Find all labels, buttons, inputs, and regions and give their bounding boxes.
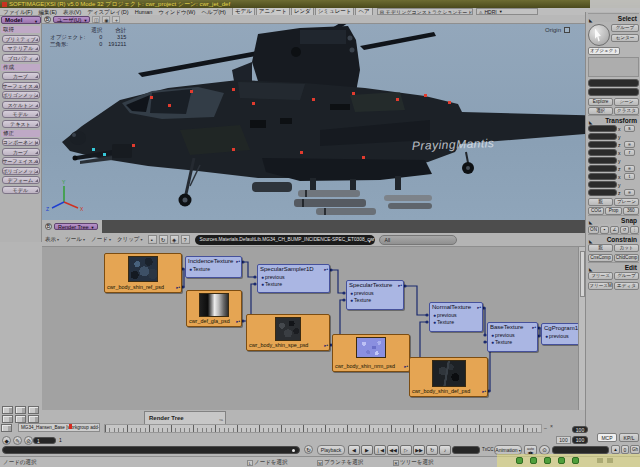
toolbar-button-1-5[interactable]: テキスト (2, 120, 40, 128)
layout-preset-3[interactable] (2, 415, 13, 423)
node-NormalTexture[interactable]: NormalTexture●previous●Texture▸• (429, 302, 483, 332)
transform-extra-0-0[interactable]: 親 (588, 198, 613, 206)
refresh-icon[interactable]: ↻ (159, 235, 168, 244)
node-output-icon[interactable]: ▸• (324, 341, 328, 350)
node-IncidenceTexture[interactable]: IncidenceTexture●Texture▸• (185, 256, 242, 278)
timeline-ruler[interactable] (104, 424, 542, 433)
node-port-previous[interactable]: ●previous (347, 290, 403, 297)
node-output-icon[interactable]: ▸• (176, 283, 180, 292)
transform-field-r-y[interactable] (588, 157, 617, 164)
render-tree-canvas[interactable]: cwr_body_shin_ref_psd▸•IncidenceTexture●… (42, 247, 585, 410)
frame-back-icon[interactable]: ◀ (348, 445, 360, 455)
render-tree-menu-0[interactable]: 表示 ▾ (42, 236, 62, 243)
play-forward-icon[interactable]: ▷ (400, 445, 412, 455)
edit-button-2[interactable]: フリーズM (588, 282, 613, 290)
node-output-icon[interactable]: ▸• (482, 387, 486, 396)
gh-button[interactable]: Gh (630, 445, 640, 454)
node-port-Texture[interactable]: ●Texture (186, 266, 241, 273)
node-cwr_def_gla_psd[interactable]: cwr_def_gla_psd▸• (186, 290, 242, 327)
explore-button[interactable]: Explore (588, 98, 613, 106)
transform-field-t-x[interactable] (588, 173, 617, 180)
frame-forward-icon[interactable]: ▶ (361, 445, 373, 455)
snap-angle-icon[interactable]: ∠ (610, 226, 619, 234)
eye-icon[interactable]: ◉ (102, 16, 110, 23)
node-port-Texture[interactable]: ●Texture (258, 281, 329, 288)
transform-extra-1-0[interactable]: COG (588, 207, 604, 215)
node-port-previous[interactable]: ●previous (258, 274, 329, 281)
constrain-button-3[interactable]: ChldComp (614, 254, 639, 262)
transform-mode-r-button[interactable]: r (624, 149, 635, 156)
construction-mode-dropdown[interactable]: ⊟ モデリングコンストラクションモード ▼ (377, 8, 473, 15)
transform-field-s-y[interactable] (588, 133, 617, 140)
toolbar-button-0-2[interactable]: プロパティ (2, 54, 40, 62)
pen-tool-icon[interactable]: ✎ (13, 436, 22, 445)
transform-field-r-z[interactable] (588, 165, 617, 172)
snap-rotate-icon[interactable]: ↺ (620, 226, 629, 234)
kpl-tab-button[interactable]: KP/L (619, 433, 639, 442)
node-filter-dropdown[interactable]: All (379, 235, 457, 245)
node-cwr_body_shin_nrm_psd[interactable]: cwr_body_shin_nrm_psd▸• (332, 334, 410, 372)
layout-preset-5[interactable] (28, 415, 39, 423)
toolbar-button-2-5[interactable]: モデル (2, 186, 40, 194)
node-port-Texture[interactable]: ●Texture (488, 339, 537, 346)
cluster-button[interactable]: クラスタ (614, 107, 639, 115)
layout-preset-0[interactable] (2, 406, 13, 414)
viewport-letter-button[interactable]: B (44, 16, 51, 23)
transform-mode-s-button[interactable]: s (624, 125, 635, 132)
transform-field-t-y[interactable] (588, 181, 617, 188)
playback-range-slider[interactable] (2, 446, 300, 454)
toolbar-button-2-4[interactable]: デフォーム (2, 176, 40, 184)
transform-menu-icon[interactable]: ≡ (624, 141, 635, 148)
menu-0[interactable]: ファイル(F) (0, 8, 36, 16)
help-icon[interactable]: ? (181, 235, 190, 244)
end-frame-field[interactable]: 100 (572, 426, 588, 433)
scene-button[interactable]: シーン (614, 98, 639, 106)
panel-letter-button[interactable]: B (45, 223, 52, 230)
toolbar-button-0-0[interactable]: プリミティブ (2, 35, 40, 43)
transform-field-t-z[interactable] (588, 189, 617, 196)
render-tree-window-tab[interactable]: Render Tree ▫▵ (144, 411, 226, 424)
constrain-button-2[interactable]: CnsComp (588, 254, 613, 262)
node-port-previous[interactable]: ●previous (542, 333, 583, 340)
toolbar-mode-dropdown[interactable]: Model ▼ (1, 16, 41, 24)
node-port-previous[interactable]: ●previous (430, 312, 482, 319)
playback-menu-button[interactable]: Playback (317, 445, 345, 455)
node-output-icon[interactable]: ▸• (532, 323, 536, 332)
update-icon[interactable]: ◈ (170, 235, 179, 244)
object-filter-button[interactable]: オブジェクト (588, 47, 620, 55)
edit-button-1[interactable]: グループ (614, 272, 639, 280)
toolbar-button-2-2[interactable]: サーフェイスメッシュ (2, 157, 40, 165)
node-output-icon[interactable]: ▸• (236, 317, 240, 326)
transform-field-s-z[interactable] (588, 141, 617, 148)
node-port-previous[interactable]: ●previous (488, 332, 537, 339)
selection-field-2[interactable] (588, 88, 639, 96)
render-tree-menu-1[interactable]: ツール ▾ (62, 236, 88, 243)
node-cwr_body_shin_ref_psd[interactable]: cwr_body_shin_ref_psd▸• (104, 253, 182, 293)
transform-menu-icon[interactable]: ≡ (624, 165, 635, 172)
layout-preset-2[interactable] (28, 406, 39, 414)
render-tree-scrollbar[interactable] (578, 247, 585, 410)
mute-icon[interactable]: ⊘ (24, 436, 33, 445)
group-button[interactable]: グループ (611, 24, 639, 32)
mcp-tab-button[interactable]: MCP (597, 433, 617, 442)
select-tool-icon[interactable]: ◆ (2, 436, 11, 445)
xyz-gizmo-icon[interactable]: + (112, 16, 120, 23)
range-end-field[interactable]: 100 (572, 436, 588, 444)
node-output-icon[interactable]: ▸• (324, 265, 328, 274)
scene-tab[interactable]: MG34_Hansen_Base [workgroup add-on] (18, 423, 100, 432)
node-SpecularTexture[interactable]: SpecularTexture●previous●Texture▸• (346, 280, 404, 310)
center-button[interactable]: センター (611, 34, 639, 42)
render-tree-title-dropdown[interactable]: Render Tree ▼ (54, 223, 98, 230)
transform-extra-1-1[interactable]: Prop (605, 207, 621, 215)
toolbar-button-1-0[interactable]: カーブ (2, 72, 40, 80)
node-port-Texture[interactable]: ●Texture (347, 297, 403, 304)
layout-preset-6[interactable] (1, 424, 12, 432)
go-end-icon[interactable]: ▶▶ (413, 445, 425, 455)
node-cwr_body_shin_spe_psd[interactable]: cwr_body_shin_spe_psd▸• (246, 314, 330, 351)
window-minimize-button[interactable]: _ (544, 424, 547, 429)
node-output-icon[interactable]: ▸• (236, 257, 240, 266)
render-tree-menu-2[interactable]: ノード ▾ (88, 236, 114, 243)
snap-grid-icon[interactable]: ⋮ (630, 226, 639, 234)
go-start-icon[interactable]: ❘◀ (374, 445, 386, 455)
node-output-icon[interactable]: ▸• (398, 281, 402, 290)
